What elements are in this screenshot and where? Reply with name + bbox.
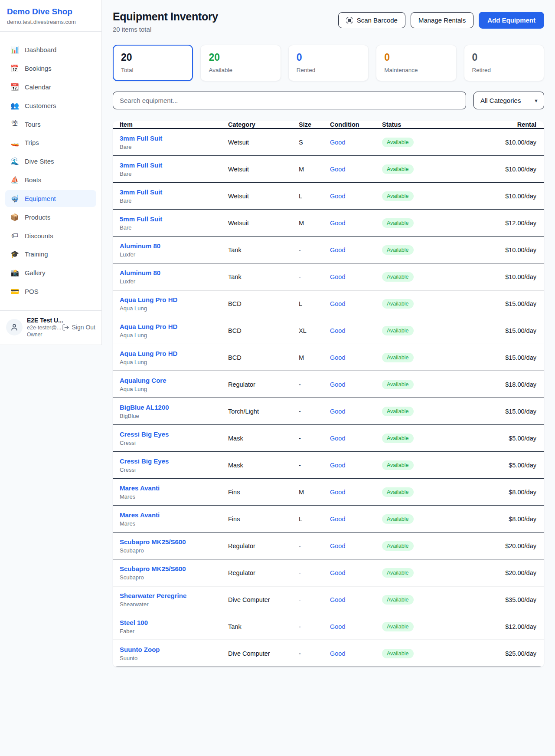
condition-link[interactable]: Good [330,542,345,549]
search-input[interactable] [113,92,466,109]
condition-link[interactable]: Good [330,569,345,576]
table-row: Aqua Lung Pro HD Aqua Lung BCD L Good Av… [113,290,544,317]
table-body: 3mm Full Suit Bare Wetsuit S Good Availa… [113,129,544,667]
item-name-link[interactable]: Scubapro MK25/S600 [120,565,214,572]
condition-link[interactable]: Good [330,623,345,630]
condition-link[interactable]: Good [330,166,345,173]
category-select[interactable]: All Categories ▼ [473,92,544,109]
user-name: E2E Test U... [27,317,58,324]
item-name-link[interactable]: Aqualung Core [120,377,214,384]
condition-link[interactable]: Good [330,489,345,496]
trips-icon: 🚤 [10,138,19,147]
col-size: Size [292,121,323,128]
item-name-link[interactable]: Aqua Lung Pro HD [120,296,214,303]
condition-link[interactable]: Good [330,408,345,415]
sidebar-item-label: Bookings [25,65,52,72]
item-rental-rate: $10.00/day [470,139,544,146]
item-name-link[interactable]: 3mm Full Suit [120,135,214,142]
condition-link[interactable]: Good [330,247,345,253]
user-email: e2e-tester@... [27,325,58,331]
add-equipment-button[interactable]: Add Equipment [479,12,544,29]
item-brand: Bare [120,224,214,231]
item-name-link[interactable]: Steel 100 [120,619,214,626]
item-name-link[interactable]: 5mm Full Suit [120,215,214,223]
customers-icon: 👥 [10,102,19,110]
condition-link[interactable]: Good [330,381,345,388]
item-size: - [292,247,323,253]
maintenance-count: 0 [384,52,448,63]
status-badge: Available [382,487,414,497]
sidebar: Demo Dive Shop demo.test.divestreams.com… [0,0,102,345]
item-name-link[interactable]: Suunto Zoop [120,646,214,653]
item-name-link[interactable]: Aluminum 80 [120,242,214,250]
condition-link[interactable]: Good [330,139,345,146]
sidebar-item-boats[interactable]: ⛵ Boats [5,171,96,188]
pos-icon: 💳 [10,287,19,296]
avatar [6,319,23,335]
item-size: XL [292,327,323,334]
condition-link[interactable]: Good [330,650,345,657]
item-name-link[interactable]: Aqua Lung Pro HD [120,323,214,330]
sidebar-item-dive-sites[interactable]: 🌊 Dive Sites [5,153,96,170]
item-name-link[interactable]: Shearwater Peregrine [120,592,214,599]
stat-card-retired[interactable]: 0 Retired [464,45,544,81]
sidebar-item-gallery[interactable]: 📸 Gallery [5,264,96,281]
stat-card-rented[interactable]: 0 Rented [288,45,369,81]
sidebar-item-training[interactable]: 🎓 Training [5,246,96,263]
sidebar-item-products[interactable]: 📦 Products [5,209,96,226]
item-size: L [292,193,323,200]
item-size: M [292,354,323,361]
item-rental-rate: $8.00/day [470,516,544,523]
col-condition: Condition [323,121,375,128]
item-rental-rate: $35.00/day [470,596,544,603]
item-size: - [292,596,323,603]
condition-link[interactable]: Good [330,462,345,469]
sidebar-item-equipment[interactable]: 🤿 Equipment [5,190,96,207]
sidebar-item-label: Discounts [25,232,53,240]
sign-out-button[interactable]: Sign Out [62,324,95,331]
item-name-link[interactable]: Cressi Big Eyes [120,431,214,438]
item-rental-rate: $15.00/day [470,354,544,361]
sidebar-item-discounts[interactable]: 🏷 Discounts [5,227,96,244]
dive-sites-icon: 🌊 [10,157,19,165]
status-badge: Available [382,460,414,470]
sidebar-item-label: Training [25,250,48,258]
condition-link[interactable]: Good [330,435,345,442]
condition-link[interactable]: Good [330,596,345,603]
item-name-link[interactable]: Cressi Big Eyes [120,457,214,465]
manage-rentals-button[interactable]: Manage Rentals [411,12,473,28]
shop-domain: demo.test.divestreams.com [7,19,95,25]
condition-link[interactable]: Good [330,193,345,200]
condition-link[interactable]: Good [330,516,345,523]
condition-link[interactable]: Good [330,220,345,227]
sidebar-item-pos[interactable]: 💳 POS [5,283,96,300]
item-name-link[interactable]: 3mm Full Suit [120,188,214,196]
item-name-link[interactable]: Aluminum 80 [120,269,214,276]
condition-link[interactable]: Good [330,327,345,334]
table-row: Cressi Big Eyes Cressi Mask - Good Avail… [113,452,544,479]
retired-label: Retired [472,67,536,73]
sidebar-item-bookings[interactable]: 📅 Bookings [5,60,96,77]
scan-barcode-button[interactable]: Scan Barcode [338,12,405,28]
stat-card-available[interactable]: 20 Available [200,45,281,81]
sidebar-item-dashboard[interactable]: 📊 Dashboard [5,41,96,58]
item-name-link[interactable]: Aqua Lung Pro HD [120,350,214,357]
condition-link[interactable]: Good [330,273,345,280]
manage-rentals-label: Manage Rentals [418,16,466,24]
item-brand: Suunto [120,655,214,661]
item-name-link[interactable]: Mares Avanti [120,511,214,519]
item-name-link[interactable]: Scubapro MK25/S600 [120,538,214,546]
sidebar-item-calendar[interactable]: 📆 Calendar [5,79,96,95]
condition-link[interactable]: Good [330,354,345,361]
item-size: - [292,623,323,630]
sidebar-item-trips[interactable]: 🚤 Trips [5,134,96,151]
item-name-link[interactable]: BigBlue AL1200 [120,404,214,411]
sidebar-item-customers[interactable]: 👥 Customers [5,97,96,114]
item-name-link[interactable]: 3mm Full Suit [120,161,214,169]
table-row: Mares Avanti Mares Fins M Good Available… [113,479,544,506]
sidebar-item-tours[interactable]: 🏝 Tours [5,116,96,132]
item-name-link[interactable]: Mares Avanti [120,484,214,492]
condition-link[interactable]: Good [330,300,345,307]
stat-card-maintenance[interactable]: 0 Maintenance [376,45,456,81]
stat-card-total[interactable]: 20 Total [113,45,193,81]
